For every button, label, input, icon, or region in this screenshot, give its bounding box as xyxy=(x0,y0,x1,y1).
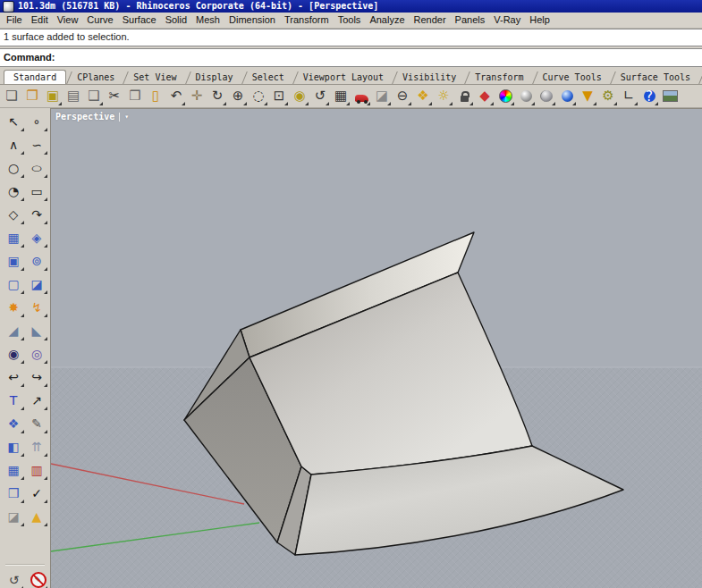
ellipse-tool[interactable]: ○ xyxy=(25,157,48,179)
named-view-button[interactable] xyxy=(351,86,371,106)
curve-project-tool[interactable]: ↪ xyxy=(25,366,48,388)
menu-transform[interactable]: Transform xyxy=(280,13,334,28)
tab-curve-tools[interactable]: Curve Tools xyxy=(532,71,610,84)
block-edit-tool[interactable]: ▥ xyxy=(25,459,48,481)
check-objects-tool[interactable]: ✓ xyxy=(25,483,48,504)
surface-from-points-tool[interactable]: ▦ xyxy=(2,227,25,248)
select-tool[interactable]: ↖ xyxy=(2,111,25,132)
rotate-view-button[interactable]: ↻ xyxy=(207,86,227,106)
rectangle-tool[interactable]: ▭ xyxy=(25,181,48,202)
menu-surface[interactable]: Surface xyxy=(118,13,161,28)
cplane-button[interactable]: ⊖ xyxy=(393,86,412,106)
chamfer-edge-tool[interactable]: ◣ xyxy=(25,320,48,341)
menu-mesh[interactable]: Mesh xyxy=(191,13,224,28)
fillet-curve-tool[interactable]: ↷ xyxy=(25,204,48,225)
extrude-tool[interactable]: ◧ xyxy=(2,436,25,458)
export-button[interactable]: ❑ xyxy=(84,86,104,106)
tab-set-view[interactable]: Set View xyxy=(123,71,184,84)
copy-button[interactable]: ❒ xyxy=(125,86,145,106)
circle-tool[interactable]: ○ xyxy=(2,157,25,179)
pan-button[interactable]: ✛ xyxy=(187,86,207,106)
open-file-button[interactable]: ❐ xyxy=(22,86,42,106)
curve-tool[interactable]: ∽ xyxy=(25,134,48,155)
menu-v-ray[interactable]: V-Ray xyxy=(489,13,525,28)
array-tool[interactable]: ▦ xyxy=(2,459,25,481)
undo-view-button[interactable]: ↺ xyxy=(310,86,330,106)
menu-dimension[interactable]: Dimension xyxy=(224,13,280,28)
record-history-button[interactable]: ↺ xyxy=(4,569,24,588)
menu-analyze[interactable]: Analyze xyxy=(365,13,409,28)
draft-angle-tool[interactable]: ▲ xyxy=(25,506,48,527)
menu-curve[interactable]: Curve xyxy=(82,13,117,28)
viewport-layout-button[interactable]: ▦ xyxy=(331,86,351,106)
offset-surface-tool[interactable]: ⇈ xyxy=(25,436,48,458)
help-button[interactable]: ? xyxy=(639,86,659,106)
menu-panels[interactable]: Panels xyxy=(451,13,490,28)
cylinder-tool[interactable]: ▢ xyxy=(2,273,25,295)
zoom-in-button[interactable]: ⊕ xyxy=(228,86,248,106)
show-edges-tool[interactable]: ◪ xyxy=(2,506,25,527)
make-2d-tool[interactable]: ✎ xyxy=(25,413,48,434)
point-tool[interactable]: ∘ xyxy=(25,111,48,132)
new-file-button[interactable]: ❏ xyxy=(2,86,21,106)
tab-surface-tools[interactable]: Surface Tools xyxy=(610,71,698,84)
lock-objects-button[interactable] xyxy=(454,86,474,106)
perspective-viewport[interactable]: Perspective ▾ xyxy=(51,108,702,588)
viewport-title[interactable]: Perspective ▾ xyxy=(55,112,129,122)
layers-tool[interactable]: ❒ xyxy=(2,483,25,504)
zoom-selected-button[interactable]: ◉ xyxy=(290,86,309,106)
vray-options-button[interactable]: ▼ xyxy=(578,86,597,106)
tab-select[interactable]: Select xyxy=(241,71,292,84)
vray-material-button[interactable]: ◆ xyxy=(475,86,495,106)
menu-tools[interactable]: Tools xyxy=(334,13,366,28)
menu-edit[interactable]: Edit xyxy=(27,13,53,28)
menu-file[interactable]: File xyxy=(2,13,27,28)
boolean-union-tool[interactable]: ◉ xyxy=(2,343,25,365)
tab-viewport-layout[interactable]: Viewport Layout xyxy=(292,71,392,84)
block-tool[interactable]: ❖ xyxy=(2,413,25,434)
environment-button[interactable] xyxy=(660,86,680,106)
menu-help[interactable]: Help xyxy=(525,13,554,28)
twisted-surface-tool[interactable]: ◪ xyxy=(25,273,48,295)
curve-from-view-tool[interactable]: ↩ xyxy=(2,366,25,388)
polygon-tool[interactable]: ◇ xyxy=(2,204,25,225)
named-cplane-button[interactable]: ◪ xyxy=(372,86,392,106)
fillet-edge-tool[interactable]: ◢ xyxy=(2,320,25,341)
paste-button[interactable]: ▯ xyxy=(146,86,165,106)
menu-solid[interactable]: Solid xyxy=(161,13,191,28)
history-disabled-button[interactable] xyxy=(28,569,48,588)
viewport-title-label[interactable]: Perspective xyxy=(55,112,114,122)
explode-tool[interactable]: ✸ xyxy=(2,297,25,318)
print-button[interactable]: ▤ xyxy=(63,86,83,106)
menu-view[interactable]: View xyxy=(53,13,83,28)
command-prompt[interactable]: Command: xyxy=(0,48,702,67)
menu-render[interactable]: Render xyxy=(410,13,451,28)
boolean-difference-tool[interactable]: ◎ xyxy=(25,343,48,365)
tab-solid-tools[interactable]: Solid Tools xyxy=(698,71,702,84)
tab-visibility[interactable]: Visibility xyxy=(392,71,464,84)
box-tool[interactable]: ▣ xyxy=(2,250,25,272)
text-tool[interactable]: T xyxy=(2,390,25,411)
extend-tool[interactable]: ↯ xyxy=(25,297,48,318)
tab-transform[interactable]: Transform xyxy=(464,71,531,84)
lights-button[interactable]: ☼ xyxy=(434,86,453,106)
options-button[interactable]: ⚙ xyxy=(598,86,618,106)
arc-tool[interactable]: ◔ xyxy=(2,181,25,202)
tab-cplanes[interactable]: CPlanes xyxy=(66,71,123,84)
viewport-canvas[interactable] xyxy=(51,109,702,588)
cut-button[interactable]: ✂ xyxy=(105,86,124,106)
sphere-tool[interactable]: ⊚ xyxy=(25,250,48,272)
tab-display[interactable]: Display xyxy=(185,71,241,84)
render-button[interactable] xyxy=(557,86,577,106)
tab-standard[interactable]: Standard xyxy=(4,70,66,84)
save-button[interactable]: ▣ xyxy=(43,86,63,106)
render-colorwheel-button[interactable] xyxy=(495,86,515,106)
dimension-button[interactable]: ∟ xyxy=(619,86,639,106)
polyline-tool[interactable]: ∧ xyxy=(2,134,25,155)
surface-patch-tool[interactable]: ◈ xyxy=(25,227,48,248)
undo-button[interactable]: ↶ xyxy=(166,86,186,106)
render-section-button[interactable] xyxy=(537,86,556,106)
zoom-window-button[interactable]: ⊡ xyxy=(269,86,289,106)
set-view-button[interactable]: ❖ xyxy=(413,86,433,106)
zoom-dynamic-button[interactable]: ◌ xyxy=(249,86,268,106)
